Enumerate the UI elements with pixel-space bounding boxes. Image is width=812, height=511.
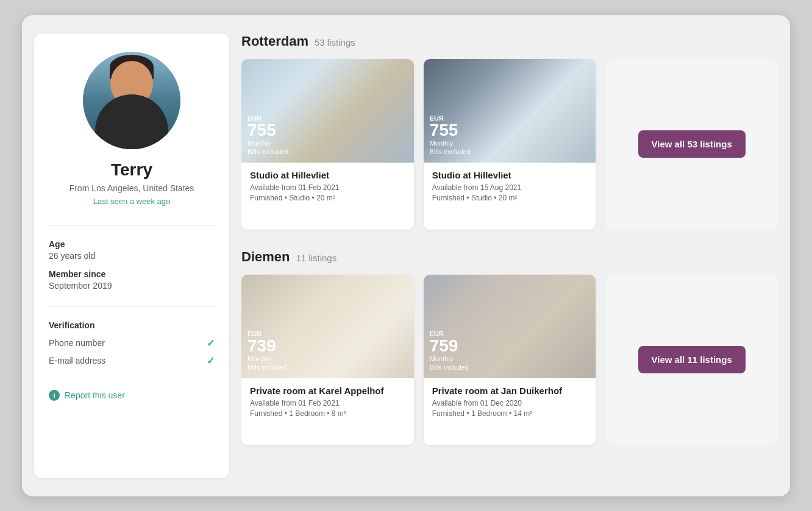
report-link[interactable]: Report this user [65, 390, 125, 400]
price-amount: 759 [430, 337, 469, 354]
avatar [83, 52, 180, 149]
price-badge: EUR 755 MonthlyBills excluded [430, 115, 471, 157]
listing-available: Available from 15 Aug 2021 [432, 183, 588, 192]
age-value: 26 years old [49, 251, 215, 261]
listing-info: Private room at Karel Appelhof Available… [241, 378, 414, 426]
info-icon: i [49, 390, 60, 401]
view-all-card[interactable]: View all 11 listings [605, 275, 778, 445]
city-section-rotterdam: Rotterdam53 listings EUR 755 MonthlyBill… [241, 33, 778, 230]
verification-section: Verification Phone number ✓ E-mail addre… [49, 312, 215, 373]
city-section-diemen: Diemen11 listings EUR 739 MonthlyBills i… [241, 249, 778, 445]
listing-image: EUR 739 MonthlyBills included [241, 275, 414, 378]
listings-grid: EUR 755 MonthlyBills excluded Studio at … [241, 59, 778, 230]
view-all-button[interactable]: View all 11 listings [638, 346, 746, 373]
listing-info: Studio at Hillevliet Available from 01 F… [241, 163, 414, 211]
view-all-button[interactable]: View all 53 listings [638, 130, 746, 158]
city-name: Rotterdam [241, 33, 308, 49]
price-details: MonthlyBills included [430, 354, 469, 372]
city-header: Rotterdam53 listings [241, 33, 778, 49]
price-details: MonthlyBills excluded [430, 139, 471, 157]
report-section: i Report this user [49, 390, 215, 401]
price-details: MonthlyBills included [248, 354, 287, 372]
age-section: Age 26 years old Member since September … [49, 231, 215, 301]
listing-details: Furnished • Studio • 20 m² [250, 194, 405, 202]
listings-grid: EUR 739 MonthlyBills included Private ro… [241, 275, 778, 445]
price-details: MonthlyBills excluded [248, 139, 288, 157]
city-name: Diemen [241, 249, 290, 265]
listing-title: Private room at Karel Appelhof [250, 386, 405, 396]
view-all-card[interactable]: View all 53 listings [605, 59, 778, 230]
listing-image: EUR 755 MonthlyBills excluded [241, 59, 414, 163]
listing-details: Furnished • 1 Bedroom • 14 m² [432, 409, 588, 418]
verification-title: Verification [49, 320, 215, 330]
phone-check-icon: ✓ [207, 337, 215, 349]
listing-details: Furnished • Studio • 20 m² [432, 194, 588, 202]
listing-card[interactable]: EUR 759 MonthlyBills included Private ro… [424, 275, 596, 445]
price-amount: 755 [430, 122, 471, 139]
email-label: E-mail address [49, 356, 105, 365]
price-badge: EUR 755 MonthlyBills excluded [248, 115, 288, 157]
listing-title: Studio at Hillevliet [250, 170, 405, 180]
price-badge: EUR 739 MonthlyBills included [248, 331, 287, 372]
listing-info: Private room at Jan Duikerhof Available … [424, 378, 596, 426]
member-since-value: September 2019 [49, 281, 215, 291]
age-label: Age [49, 239, 215, 249]
listing-title: Studio at Hillevliet [432, 170, 588, 180]
listing-card[interactable]: EUR 739 MonthlyBills included Private ro… [241, 275, 414, 445]
app-container: Terry From Los Angeles, United States La… [22, 15, 790, 496]
price-amount: 755 [248, 122, 288, 139]
price-amount: 739 [248, 337, 287, 354]
city-count: 53 listings [315, 37, 355, 48]
listings-panel: Rotterdam53 listings EUR 755 MonthlyBill… [241, 33, 778, 478]
listing-card[interactable]: EUR 755 MonthlyBills excluded Studio at … [241, 59, 414, 230]
city-count: 11 listings [296, 253, 337, 263]
user-location: From Los Angeles, United States [69, 183, 194, 193]
price-badge: EUR 759 MonthlyBills included [430, 331, 469, 372]
listing-card[interactable]: EUR 755 MonthlyBills excluded Studio at … [424, 59, 596, 230]
listing-info: Studio at Hillevliet Available from 15 A… [424, 163, 596, 211]
phone-label: Phone number [49, 338, 105, 348]
listing-details: Furnished • 1 Bedroom • 8 m² [250, 409, 405, 418]
phone-verification: Phone number ✓ [49, 337, 215, 349]
city-header: Diemen11 listings [241, 249, 778, 265]
email-verification: E-mail address ✓ [49, 355, 215, 367]
listing-image: EUR 755 MonthlyBills excluded [424, 59, 596, 163]
listing-available: Available from 01 Feb 2021 [250, 399, 405, 407]
member-since-label: Member since [49, 269, 215, 279]
email-check-icon: ✓ [207, 355, 215, 367]
user-name: Terry [111, 160, 152, 180]
listing-image: EUR 759 MonthlyBills included [424, 275, 596, 378]
profile-panel: Terry From Los Angeles, United States La… [34, 33, 229, 478]
listing-available: Available from 01 Dec 2020 [432, 399, 588, 407]
last-seen[interactable]: Last seen a week ago [93, 197, 170, 206]
divider-2 [49, 306, 215, 307]
listing-available: Available from 01 Feb 2021 [250, 183, 405, 192]
divider [49, 225, 215, 226]
listing-title: Private room at Jan Duikerhof [432, 386, 588, 396]
